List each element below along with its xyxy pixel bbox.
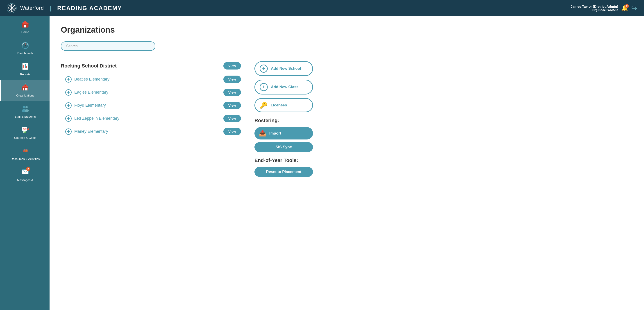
notifications-button[interactable]: 🔔 2 [621,5,628,11]
sidebar-label-messages: Messages & [17,178,33,182]
expand-floyd-icon[interactable]: + [65,102,72,109]
reset-placement-label: Reset to Placement [266,170,302,174]
sidebar-label-organizations: Organizations [16,94,34,97]
sidebar-label-resources-activities: Resources & Activities [11,157,40,161]
svg-rect-19 [22,21,23,22]
svg-text:2+2=4: 2+2=4 [23,128,29,130]
school-left-eagles: + Eagles Elementary [65,89,108,96]
school-row-marley: + Marley Elementary View [61,125,241,138]
svg-point-40 [26,106,28,108]
user-info: James Taylor (District Admin) Org Code: … [570,4,618,12]
school-row-beatles: + Beatles Elementary View [61,73,241,86]
svg-rect-24 [24,65,24,68]
logout-button[interactable]: ↪ [631,4,637,12]
school-view-button-marley[interactable]: View [223,128,241,135]
licenses-button[interactable]: 🔑 Licenses [254,98,313,112]
org-code: Org Code: WMA87 [570,8,618,12]
sidebar-item-resources-activities[interactable]: Resources & Activities [0,143,50,164]
svg-rect-26 [26,66,27,68]
school-name-led-zeppelin: Led Zeppelin Elementary [74,116,119,121]
search-input[interactable] [66,44,150,48]
org-section: Rocking School District View + Beatles E… [61,59,633,177]
svg-rect-15 [24,25,26,27]
school-row-eagles: + Eagles Elementary View [61,86,241,99]
sidebar-item-courses-goals[interactable]: 2+2=4 Courses & Goals [0,122,50,143]
add-class-label: Add New Class [271,85,298,89]
messages-badge: 2 [26,167,30,171]
add-new-class-button[interactable]: + Add New Class [254,80,313,94]
school-row-led-zeppelin: + Led Zeppelin Elementary View [61,112,241,125]
school-left-led-zeppelin: + Led Zeppelin Elementary [65,115,119,122]
brand-name: Waterford [20,5,44,11]
school-view-button-beatles[interactable]: View [223,76,241,83]
school-name-beatles: Beatles Elementary [74,77,110,82]
staff-students-icon [21,104,29,114]
messages-icon: 2 [21,168,29,177]
academy-name: READING ACADEMY [57,5,122,12]
reset-to-placement-button[interactable]: Reset to Placement [254,167,313,177]
expand-marley-icon[interactable]: + [65,128,72,135]
school-view-button-floyd[interactable]: View [223,102,241,109]
add-class-icon: + [260,83,268,91]
end-of-year-title: End-of-Year Tools: [254,157,313,163]
school-name-eagles: Eagles Elementary [74,90,108,95]
school-view-button-led-zeppelin[interactable]: View [223,115,241,122]
home-icon [21,20,29,29]
svg-rect-38 [25,83,26,84]
sidebar: Home Dashboards [0,16,50,310]
page-title: Organizations [61,25,633,35]
sis-sync-label: SIS Sync [276,145,292,149]
add-school-icon: + [260,64,268,73]
resources-activities-icon [21,147,29,156]
school-view-button-eagles[interactable]: View [223,89,241,96]
expand-led-zeppelin-icon[interactable]: + [65,115,72,122]
main-layout: Home Dashboards [0,16,644,310]
school-left-beatles: + Beatles Elementary [65,76,110,83]
school-left-floyd: + Floyd Elementary [65,102,106,109]
end-of-year-section: Reset to Placement [254,167,313,177]
school-left-marley: + Marley Elementary [65,128,108,135]
import-button[interactable]: 📥 Import [254,127,313,139]
rostering-section: 📥 Import SIS Sync [254,127,313,152]
sidebar-item-staff-students[interactable]: Staff & Students [0,101,50,122]
sidebar-label-home: Home [22,30,29,34]
organizations-icon [21,83,29,92]
svg-rect-36 [24,85,26,86]
svg-rect-32 [23,89,24,90]
svg-rect-34 [26,89,28,90]
svg-point-39 [23,106,26,108]
reports-icon [21,62,29,71]
courses-goals-icon: 2+2=4 [21,126,29,135]
rostering-title: Rostering: [254,118,313,123]
district-view-button[interactable]: View [223,62,241,69]
user-name: James Taylor (District Admin) [570,4,618,8]
add-new-school-button[interactable]: + Add New School [254,61,313,76]
expand-beatles-icon[interactable]: + [65,76,72,83]
add-school-label: Add New School [271,66,301,71]
expand-eagles-icon[interactable]: + [65,89,72,96]
sidebar-item-messages[interactable]: 2 Messages & [0,164,50,185]
logo-divider: | [50,4,51,12]
svg-rect-33 [25,89,26,90]
org-list: Rocking School District View + Beatles E… [61,59,241,177]
svg-rect-30 [25,88,26,89]
licenses-icon: 🔑 [260,101,268,109]
sis-sync-button[interactable]: SIS Sync [254,142,313,152]
notification-badge: 2 [625,4,629,8]
svg-rect-29 [23,88,24,89]
logo-area: Waterford | READING ACADEMY [7,3,122,13]
sidebar-item-reports[interactable]: Reports [0,58,50,80]
snowflake-icon [7,3,17,13]
sidebar-label-courses-goals: Courses & Goals [14,136,36,139]
import-icon: 📥 [259,130,266,137]
sidebar-item-organizations[interactable]: Organizations [0,80,50,101]
main-content: Organizations Rocking School District Vi… [50,16,644,310]
school-row-floyd: + Floyd Elementary View [61,99,241,112]
svg-point-42 [25,109,29,112]
school-name-marley: Marley Elementary [74,129,108,134]
sidebar-item-home[interactable]: Home [0,16,50,37]
sidebar-item-dashboards[interactable]: Dashboards [0,37,50,58]
svg-rect-25 [25,64,26,68]
sidebar-label-reports: Reports [20,73,30,76]
import-label: Import [269,131,281,136]
